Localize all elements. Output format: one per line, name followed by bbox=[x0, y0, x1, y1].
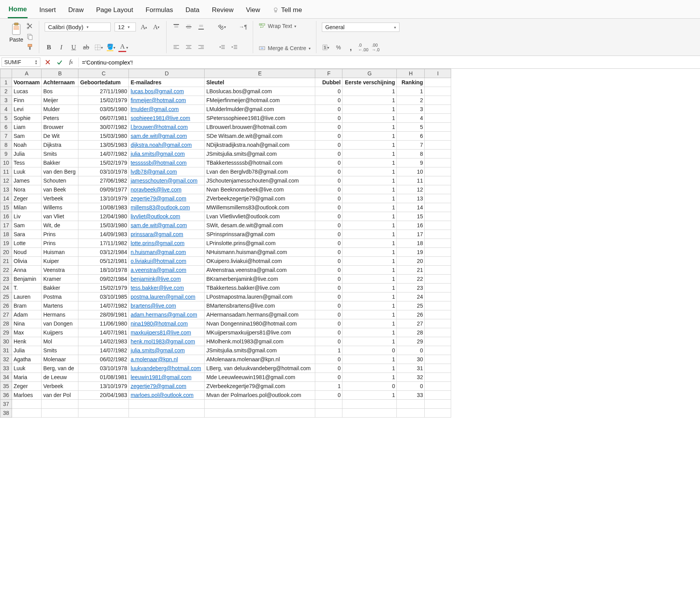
cell[interactable]: 0 bbox=[342, 346, 397, 355]
tell-me-search[interactable]: Tell me bbox=[272, 4, 303, 18]
email-link[interactable]: zegertje79@gmail.com bbox=[130, 383, 186, 389]
cell[interactable] bbox=[425, 275, 451, 284]
decrease-decimal-button[interactable]: .00→.0 bbox=[372, 43, 380, 52]
email-link[interactable]: lotte.prins@gmail.com bbox=[130, 240, 184, 246]
cancel-formula-button[interactable] bbox=[42, 59, 54, 65]
cell[interactable]: 03/10/1985 bbox=[78, 293, 129, 301]
cell[interactable]: JSchoutenjamesschouten@gmail.com bbox=[205, 176, 315, 185]
cell[interactable]: ZVerbeekzegertje79@gmail.com bbox=[205, 194, 315, 203]
email-link[interactable]: sophieee1981@live.com bbox=[130, 115, 190, 121]
comma-button[interactable]: , bbox=[347, 43, 355, 52]
cell[interactable]: Maria bbox=[12, 373, 42, 382]
align-center-button[interactable] bbox=[184, 43, 193, 52]
cell[interactable]: Sophie bbox=[12, 114, 42, 123]
cell[interactable]: 25 bbox=[397, 301, 425, 310]
cell[interactable]: 0 bbox=[315, 123, 342, 132]
cell[interactable]: JSmitsjulia.smits@gmail.com bbox=[205, 150, 315, 158]
header-cell[interactable]: Eerste verschijning bbox=[342, 78, 397, 87]
cell[interactable]: Zeger bbox=[12, 382, 42, 391]
cell[interactable] bbox=[12, 409, 42, 418]
cell[interactable] bbox=[425, 158, 451, 167]
currency-button[interactable]: $▾ bbox=[322, 43, 330, 52]
cell[interactable]: julia.smits@gmail.com bbox=[129, 346, 205, 355]
cell[interactable]: 10 bbox=[397, 167, 425, 176]
cell[interactable]: Wit, de bbox=[42, 221, 78, 230]
email-link[interactable]: prinssara@gmail.com bbox=[130, 231, 183, 237]
show-formatting-button[interactable]: →¶ bbox=[239, 23, 247, 31]
cell[interactable] bbox=[425, 194, 451, 203]
row-header-10[interactable]: 10 bbox=[0, 158, 12, 167]
cell[interactable]: 1 bbox=[342, 284, 397, 293]
cell[interactable]: T. bbox=[12, 284, 42, 293]
cell[interactable]: AVeenstraa.veenstra@gmail.com bbox=[205, 266, 315, 275]
cell[interactable]: 1 bbox=[342, 132, 397, 141]
row-header-34[interactable]: 34 bbox=[0, 373, 12, 382]
cell[interactable]: n.huisman@gmail.com bbox=[129, 248, 205, 257]
cell[interactable]: Milan bbox=[12, 203, 42, 212]
align-bottom-button[interactable] bbox=[197, 23, 205, 31]
cell[interactable]: 1 bbox=[342, 96, 397, 105]
cell[interactable]: 1 bbox=[342, 266, 397, 275]
cell[interactable]: lotte.prins@gmail.com bbox=[129, 239, 205, 248]
cell[interactable]: 0 bbox=[315, 275, 342, 284]
cell[interactable]: van der Pol bbox=[42, 391, 78, 400]
cell[interactable]: 19 bbox=[397, 248, 425, 257]
cell[interactable] bbox=[42, 400, 78, 409]
cell[interactable]: 14/07/1982 bbox=[78, 346, 129, 355]
cell[interactable]: Dijkstra bbox=[42, 141, 78, 150]
email-link[interactable]: dijkstra.noah@gmail.com bbox=[130, 142, 191, 148]
cell[interactable]: 1 bbox=[342, 310, 397, 319]
cell[interactable]: 14/02/1983 bbox=[78, 337, 129, 346]
cell[interactable]: tesssssb@hotmail.com bbox=[129, 158, 205, 167]
row-header-16[interactable]: 16 bbox=[0, 212, 12, 221]
row-header-29[interactable]: 29 bbox=[0, 328, 12, 337]
col-header-D[interactable]: D bbox=[129, 69, 205, 78]
cell[interactable]: nina1980@hotmail.com bbox=[129, 319, 205, 328]
cell[interactable]: ZVerbeekzegertje79@gmail.com bbox=[205, 382, 315, 391]
email-link[interactable]: a.veenstra@gmail.com bbox=[130, 267, 186, 273]
cell[interactable]: 26 bbox=[397, 310, 425, 319]
cell[interactable]: De Wit bbox=[42, 132, 78, 141]
cell[interactable]: Veenstra bbox=[42, 266, 78, 275]
row-header-21[interactable]: 21 bbox=[0, 257, 12, 266]
cell[interactable]: Mol bbox=[42, 337, 78, 346]
cell[interactable]: benjamink@live.com bbox=[129, 275, 205, 284]
header-cell[interactable]: Geboortedatum bbox=[78, 78, 129, 87]
cell[interactable]: lvdb78@gmail.com bbox=[129, 167, 205, 176]
email-link[interactable]: brartens@live.com bbox=[130, 303, 176, 309]
cell[interactable] bbox=[425, 212, 451, 221]
cut-button[interactable] bbox=[26, 23, 33, 31]
col-header-E[interactable]: E bbox=[205, 69, 315, 78]
cell[interactable]: Verbeek bbox=[42, 382, 78, 391]
cell[interactable]: 17 bbox=[397, 230, 425, 239]
email-link[interactable]: luukvandeberg@hotmail.com bbox=[130, 365, 201, 371]
cell[interactable]: 0 bbox=[315, 355, 342, 364]
cell[interactable]: 1 bbox=[342, 355, 397, 364]
cell[interactable]: 12/04/1980 bbox=[78, 212, 129, 221]
cell[interactable]: 1 bbox=[342, 248, 397, 257]
cell[interactable]: van den Berg bbox=[42, 167, 78, 176]
cell[interactable]: AMolenaara.molenaar@kpn.nl bbox=[205, 355, 315, 364]
row-header-9[interactable]: 9 bbox=[0, 150, 12, 158]
cell[interactable]: 1 bbox=[342, 328, 397, 337]
col-header-A[interactable]: A bbox=[12, 69, 42, 78]
cell[interactable]: 21 bbox=[397, 266, 425, 275]
cell[interactable]: Zeger bbox=[12, 194, 42, 203]
cell[interactable]: Mvan der Polmarloes.pol@outlook.com bbox=[205, 391, 315, 400]
row-header-27[interactable]: 27 bbox=[0, 310, 12, 319]
cell[interactable]: Luuk bbox=[12, 167, 42, 176]
cell[interactable]: 03/10/1978 bbox=[78, 364, 129, 373]
cell[interactable]: 1 bbox=[342, 158, 397, 167]
cell[interactable]: Smits bbox=[42, 150, 78, 158]
cell[interactable]: 1 bbox=[342, 123, 397, 132]
cell[interactable]: Tess bbox=[12, 158, 42, 167]
cell[interactable]: FMeijerfinmeijer@hotmail.com bbox=[205, 96, 315, 105]
wrap-text-button[interactable]: ab Wrap Text ▾ bbox=[259, 23, 311, 30]
cell[interactable]: MWillemsmillems83@outlook.com bbox=[205, 203, 315, 212]
cell[interactable]: 01/08/1981 bbox=[78, 373, 129, 382]
cell[interactable] bbox=[129, 409, 205, 418]
cell[interactable]: zegertje79@gmail.com bbox=[129, 382, 205, 391]
cell[interactable]: Nvan Dongennina1980@hotmail.com bbox=[205, 319, 315, 328]
cell[interactable] bbox=[425, 319, 451, 328]
cell[interactable]: 1 bbox=[342, 301, 397, 310]
